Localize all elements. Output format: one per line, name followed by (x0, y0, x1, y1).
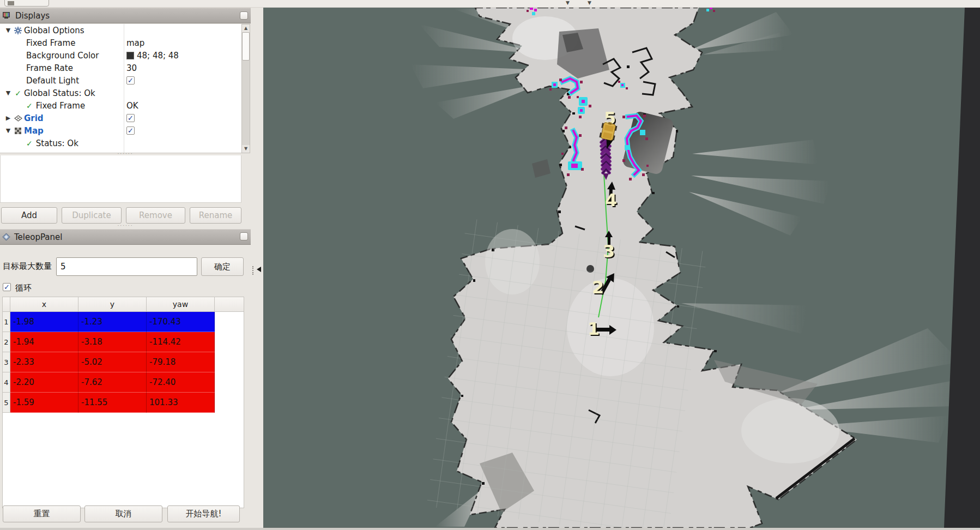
scrollbar-thumb[interactable] (242, 32, 250, 61)
tree-label: Fixed Frame (24, 38, 75, 48)
tree-label: Grid (23, 113, 44, 123)
cell-x[interactable]: -1.98 (10, 312, 78, 332)
scroll-up-icon[interactable]: ▲ (242, 25, 250, 32)
splitter-handle[interactable]: ······ (114, 153, 136, 155)
cell-yaw[interactable]: -79.18 (147, 352, 215, 372)
toolbar-strip: ▼ ▼ (0, 0, 980, 8)
tree-label: Fixed Frame (33, 101, 85, 111)
background-color-swatch (126, 52, 134, 59)
collapse-arrow-icon[interactable]: ▼ (3, 89, 13, 97)
goal-count-label: 目标最大数量 (3, 261, 52, 272)
reset-button[interactable]: 重置 (3, 505, 81, 522)
teleop-float-button[interactable] (240, 232, 248, 240)
toolbar-dropdown-icon[interactable]: ▼ (566, 0, 570, 5)
cell-x[interactable]: -1.59 (10, 393, 78, 413)
status-ok-icon: ✓ (13, 89, 23, 98)
table-row[interactable]: 5 -1.59 -11.55 101.33 (3, 393, 244, 413)
cell-yaw[interactable]: -114.42 (147, 332, 215, 352)
row-index: 5 (3, 393, 10, 413)
tree-label: Map (23, 126, 44, 136)
waypoint-table-header: x y yaw (3, 297, 244, 312)
tree-row-global-options[interactable]: ▼ Global Options (0, 24, 241, 37)
teleop-panel-titlebar[interactable]: TeleopPanel (0, 229, 251, 245)
status-ok-icon: ✓ (26, 101, 33, 110)
displays-empty-area (0, 155, 241, 203)
confirm-button[interactable]: 确定 (201, 257, 244, 276)
map-checkbox[interactable]: ✓ (126, 127, 135, 135)
displays-float-button[interactable] (240, 11, 248, 20)
tree-label: Global Status: Ok (23, 88, 95, 98)
window-bottom-edge (0, 528, 980, 530)
grid-checkbox[interactable]: ✓ (126, 114, 135, 122)
table-row[interactable]: 2 -1.94 -3.18 -114.42 (3, 332, 244, 352)
map-display-icon (13, 127, 23, 135)
header-yaw[interactable]: yaw (147, 297, 215, 312)
cell-x[interactable]: -2.33 (10, 352, 78, 372)
grid-display-icon (13, 115, 23, 122)
cell-x[interactable]: -2.20 (10, 372, 78, 393)
svg-text:3: 3 (603, 241, 615, 262)
tree-row-frame-rate[interactable]: Frame Rate 30 (0, 62, 241, 74)
displays-tree: ▼ Global Options Fixed Frame map Backgro… (0, 24, 241, 153)
tree-row-default-light[interactable]: Default Light ✓ (0, 74, 241, 87)
tree-row-fixed-frame-status[interactable]: ✓ Fixed Frame OK (0, 99, 241, 112)
tree-row-grid[interactable]: ▶ Grid ✓ (0, 112, 241, 124)
cell-x[interactable]: -1.94 (10, 332, 78, 352)
header-y[interactable]: y (78, 297, 147, 312)
tree-row-background-color[interactable]: Background Color 48; 48; 48 (0, 49, 241, 62)
goal-count-input[interactable] (56, 257, 197, 276)
table-row[interactable]: 4 -2.20 -7.62 -72.40 (3, 372, 244, 393)
panel-resize-handle[interactable] (252, 266, 255, 275)
toolbar-dropdown-icon-2[interactable]: ▼ (588, 0, 591, 5)
panel-collapse-icon[interactable] (257, 267, 261, 272)
tree-label: Frame Rate (24, 63, 73, 73)
header-index (3, 297, 10, 312)
cell-yaw[interactable]: -170.43 (147, 312, 215, 332)
map-canvas: 1 1 2 2 3 3 4 (263, 8, 980, 528)
loop-checkbox[interactable]: ✓ (3, 283, 11, 291)
cell-y[interactable]: -1.23 (78, 312, 147, 332)
gear-icon (13, 27, 23, 34)
cell-yaw[interactable]: -72.40 (147, 372, 215, 393)
default-light-checkbox[interactable]: ✓ (126, 76, 135, 85)
fixed-frame-value[interactable]: map (126, 37, 144, 49)
cell-y[interactable]: -7.62 (78, 372, 147, 393)
cell-y[interactable]: -11.55 (78, 393, 147, 413)
rviz-3d-view[interactable]: 1 1 2 2 3 3 4 (263, 8, 980, 528)
tree-row-global-status[interactable]: ▼ ✓ Global Status: Ok (0, 87, 241, 99)
collapse-arrow-icon[interactable]: ▼ (3, 127, 13, 134)
tree-row-fixed-frame[interactable]: Fixed Frame map (0, 37, 241, 49)
scroll-down-icon[interactable]: ▼ (242, 145, 250, 153)
displays-panel-titlebar[interactable]: Displays (0, 8, 251, 23)
cell-yaw[interactable]: 101.33 (147, 393, 215, 413)
tree-row-map-status-partial[interactable]: ✓ Status: Ok (0, 137, 241, 149)
row-index: 3 (3, 352, 10, 372)
svg-text:1: 1 (588, 318, 600, 339)
tree-label: Status: Ok (33, 138, 78, 148)
cancel-button[interactable]: 取消 (84, 505, 162, 522)
expand-arrow-icon[interactable]: ▶ (3, 115, 13, 122)
status-ok-icon: ✓ (26, 139, 33, 148)
teleop-panel-title: TeleopPanel (14, 232, 62, 242)
rename-button[interactable]: Rename (190, 207, 241, 224)
displays-icon (2, 11, 11, 20)
toolbar-mini-icon (8, 1, 14, 5)
tree-row-map[interactable]: ▼ Map ✓ (0, 124, 241, 137)
tree-scrollbar[interactable]: ▲ ▼ (241, 24, 250, 153)
background-color-text: 48; 48; 48 (137, 51, 179, 61)
start-navigation-button[interactable]: 开始导航! (167, 505, 240, 522)
header-x[interactable]: x (10, 297, 78, 312)
loop-label: 循环 (15, 283, 32, 293)
cell-y[interactable]: -3.18 (78, 332, 147, 352)
table-row[interactable]: 3 -2.33 -5.02 -79.18 (3, 352, 244, 372)
collapse-arrow-icon[interactable]: ▼ (3, 27, 13, 34)
duplicate-button[interactable]: Duplicate (62, 207, 122, 224)
add-button[interactable]: Add (1, 207, 57, 224)
frame-rate-value[interactable]: 30 (126, 62, 137, 74)
panel-splitter-handle[interactable]: ······ (114, 225, 136, 227)
table-row[interactable]: 1 -1.98 -1.23 -170.43 (3, 312, 244, 332)
remove-button[interactable]: Remove (126, 207, 185, 224)
background-color-value[interactable]: 48; 48; 48 (126, 49, 179, 62)
tree-label: Background Color (24, 51, 99, 61)
cell-y[interactable]: -5.02 (78, 352, 147, 372)
